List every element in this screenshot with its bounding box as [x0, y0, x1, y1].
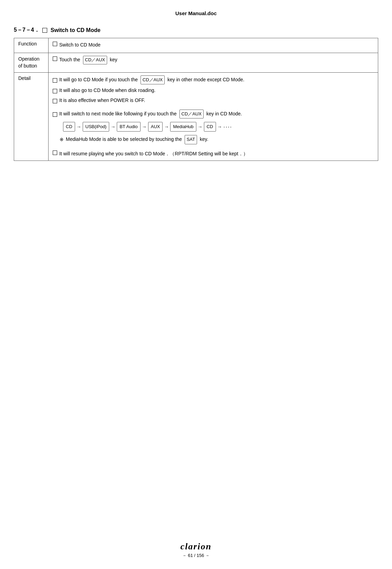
detail-cb-1	[53, 78, 57, 83]
arrow-6: →	[217, 123, 222, 131]
footer: clarion － 61 / 156 －	[0, 541, 392, 559]
operation-checkbox	[53, 56, 57, 61]
cd-aux-key-2: CD／AUX	[179, 110, 204, 118]
detail-line-1: It will go to CD Mode if you touch the C…	[53, 75, 374, 84]
chain-cd-2: CD	[204, 122, 216, 132]
footer-page: － 61 / 156 －	[0, 552, 392, 559]
section-number: 5－7－4．	[14, 27, 40, 34]
chain-dots: ····	[224, 122, 233, 132]
section-title: Switch to CD Mode	[51, 27, 101, 33]
function-content: Switch to CD Mode	[49, 38, 378, 53]
doc-title: User Manual.doc	[14, 10, 378, 16]
chain-aux: AUX	[148, 122, 163, 132]
detail-cb-5	[53, 151, 57, 155]
arrow-5: →	[198, 123, 203, 131]
function-checkbox	[53, 42, 57, 46]
detail-cb-4	[53, 112, 57, 117]
arrow-4: →	[164, 123, 169, 131]
cd-aux-key-operation: CD／AUX	[83, 56, 107, 64]
arrow-2: →	[111, 123, 115, 131]
chain-cd-1: CD	[63, 122, 75, 132]
operation-content: Touch the CD／AUX key	[49, 53, 378, 72]
page: User Manual.doc 5－7－4． Switch to CD Mode…	[0, 0, 392, 569]
heading-checkbox-icon	[42, 28, 47, 33]
function-item: Switch to CD Mode	[53, 41, 374, 49]
detail-label: Detail	[14, 72, 49, 161]
operation-label: Operationof button	[14, 53, 49, 72]
sat-key: SAT	[185, 135, 197, 144]
note-line: ※ MediaHub Mode is able to be selected b…	[60, 135, 374, 144]
footer-brand: clarion	[0, 541, 392, 552]
chain-usb: USB(iPod)	[83, 122, 109, 132]
detail-line-3: It is also effective when POWER is OFF.	[53, 96, 374, 105]
cd-aux-key-1: CD／AUX	[141, 75, 165, 84]
detail-cb-3	[53, 99, 57, 103]
function-row: Function Switch to CD Mode	[14, 38, 378, 53]
function-label: Function	[14, 38, 49, 53]
section-heading: 5－7－4． Switch to CD Mode	[14, 27, 378, 34]
resume-line: It will resume playing whe you switch to…	[53, 150, 374, 158]
detail-content: It will go to CD Mode if you touch the C…	[49, 72, 378, 161]
operation-row: Operationof button Touch the CD／AUX key	[14, 53, 378, 72]
detail-line-4: It will switch to next mode like followi…	[53, 110, 374, 118]
mode-chain: CD → USB(iPod) → BT Audio → AUX → MediaH…	[63, 122, 374, 132]
main-table: Function Switch to CD Mode Operationof b…	[14, 38, 378, 161]
detail-cb-2	[53, 89, 57, 93]
detail-row: Detail It will go to CD Mode if you touc…	[14, 72, 378, 161]
detail-line-2: It will also go to CD Mode when disk roa…	[53, 86, 374, 95]
kome-symbol: ※	[60, 136, 64, 144]
arrow-3: →	[142, 123, 147, 131]
operation-item: Touch the CD／AUX key	[53, 56, 374, 64]
chain-bt: BT Audio	[117, 122, 141, 132]
arrow-1: →	[76, 123, 81, 131]
chain-mediahub: MediaHub	[170, 122, 196, 132]
